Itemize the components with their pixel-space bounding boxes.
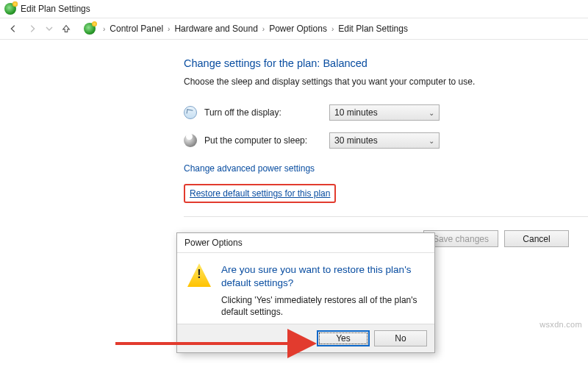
forward-button[interactable] <box>26 23 38 35</box>
display-timeout-row: Turn off the display: 10 minutes ⌄ <box>184 104 588 121</box>
breadcrumb-edit-plan[interactable]: Edit Plan Settings <box>337 22 409 35</box>
sleep-timeout-value: 30 minutes <box>334 135 378 146</box>
dialog-question: Are you sure you want to restore this pl… <box>221 263 424 289</box>
dialog-yes-button[interactable]: Yes <box>317 330 370 346</box>
cancel-button[interactable]: Cancel <box>504 230 569 247</box>
footer-buttons: Save changes Cancel <box>423 230 569 247</box>
dialog-message: Clicking 'Yes' immediately restores all … <box>221 295 424 318</box>
titlebar: Edit Plan Settings <box>0 0 588 18</box>
display-icon <box>184 106 197 119</box>
divider <box>184 216 588 217</box>
sleep-timeout-label: Put the computer to sleep: <box>204 135 322 146</box>
chevron-right-icon: › <box>262 25 265 33</box>
page-subtext: Choose the sleep and display settings th… <box>184 77 588 87</box>
back-button[interactable] <box>7 23 19 35</box>
chevron-down-icon: ⌄ <box>429 109 434 117</box>
page-heading: Change settings for the plan: Balanced <box>184 57 588 69</box>
watermark: wsxdn.com <box>539 320 582 329</box>
breadcrumb-control-panel[interactable]: Control Panel <box>108 22 165 35</box>
breadcrumb-power-options[interactable]: Power Options <box>268 22 329 35</box>
dialog-no-button[interactable]: No <box>374 330 427 346</box>
main-content: Change settings for the plan: Balanced C… <box>0 40 588 217</box>
dialog-footer: Yes No <box>177 324 434 352</box>
chevron-down-icon: ⌄ <box>429 137 434 145</box>
display-timeout-label: Turn off the display: <box>204 107 322 118</box>
chevron-right-icon: › <box>103 25 105 33</box>
chevron-right-icon: › <box>168 25 170 33</box>
links-section: Change advanced power settings Restore d… <box>184 162 588 203</box>
confirm-dialog: Power Options Are you sure you want to r… <box>176 232 435 353</box>
location-icon <box>84 23 96 35</box>
breadcrumb-hardware-sound[interactable]: Hardware and Sound <box>173 22 259 35</box>
navigation-bar: › Control Panel › Hardware and Sound › P… <box>0 18 588 40</box>
moon-icon <box>184 134 197 147</box>
window-title: Edit Plan Settings <box>21 4 90 14</box>
advanced-settings-link[interactable]: Change advanced power settings <box>184 162 315 175</box>
display-timeout-value: 10 minutes <box>334 107 378 118</box>
dialog-title: Power Options <box>177 233 434 253</box>
breadcrumb: › Control Panel › Hardware and Sound › P… <box>103 22 409 35</box>
power-options-icon <box>4 3 16 15</box>
chevron-right-icon: › <box>331 25 334 33</box>
sleep-timeout-select[interactable]: 30 minutes ⌄ <box>329 132 440 149</box>
restore-defaults-link[interactable]: Restore default settings for this plan <box>190 187 330 200</box>
display-timeout-select[interactable]: 10 minutes ⌄ <box>329 104 440 121</box>
restore-link-highlight: Restore default settings for this plan <box>184 184 336 203</box>
sleep-timeout-row: Put the computer to sleep: 30 minutes ⌄ <box>184 132 588 149</box>
dialog-body: Are you sure you want to restore this pl… <box>177 253 434 324</box>
warning-icon <box>187 263 211 287</box>
up-button[interactable] <box>60 23 72 35</box>
dialog-text: Are you sure you want to restore this pl… <box>221 263 424 318</box>
recent-dropdown-icon[interactable] <box>46 23 53 35</box>
